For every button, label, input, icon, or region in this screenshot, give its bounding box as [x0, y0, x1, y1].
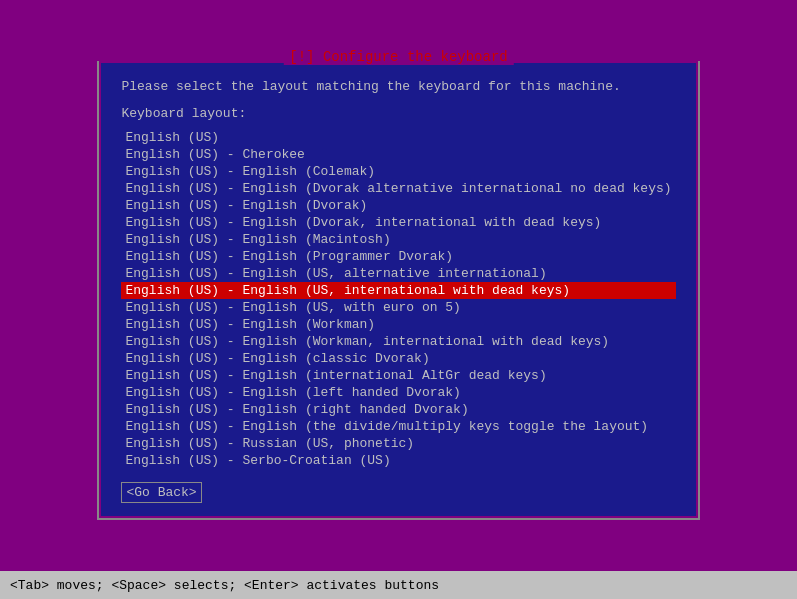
dialog-content: Please select the layout matching the ke… — [101, 63, 695, 516]
list-item[interactable]: English (US) - Russian (US, phonetic) — [121, 435, 675, 452]
list-item[interactable]: English (US) - English (Workman) — [121, 316, 675, 333]
list-item[interactable]: English (US) - English (the divide/multi… — [121, 418, 675, 435]
list-item[interactable]: English (US) - English (right handed Dvo… — [121, 401, 675, 418]
list-item[interactable]: English (US) - English (Dvorak, internat… — [121, 214, 675, 231]
list-item[interactable]: English (US) - English (Dvorak alternati… — [121, 180, 675, 197]
list-item[interactable]: English (US) - English (US, internationa… — [121, 282, 675, 299]
keyboard-list[interactable]: English (US)English (US) - CherokeeEngli… — [121, 129, 675, 469]
go-back-button[interactable]: <Go Back> — [121, 482, 201, 503]
list-item[interactable]: English (US) - English (international Al… — [121, 367, 675, 384]
list-item[interactable]: English (US) - English (Programmer Dvora… — [121, 248, 675, 265]
list-item[interactable]: English (US) - English (left handed Dvor… — [121, 384, 675, 401]
list-item[interactable]: English (US) - Cherokee — [121, 146, 675, 163]
layout-label: Keyboard layout: — [121, 106, 675, 121]
main-area: [!] Configure the keyboard Please select… — [0, 0, 797, 571]
dialog-container: [!] Configure the keyboard Please select… — [97, 61, 699, 520]
go-back-area: <Go Back> — [121, 485, 675, 500]
list-item[interactable]: English (US) - English (US, with euro on… — [121, 299, 675, 316]
status-bar: <Tab> moves; <Space> selects; <Enter> ac… — [0, 571, 797, 599]
list-item[interactable]: English (US) - English (Macintosh) — [121, 231, 675, 248]
list-item[interactable]: English (US) - English (Colemak) — [121, 163, 675, 180]
list-item[interactable]: English (US) — [121, 129, 675, 146]
description-text: Please select the layout matching the ke… — [121, 79, 675, 94]
list-item[interactable]: English (US) - Serbo-Croatian (US) — [121, 452, 675, 469]
list-item[interactable]: English (US) - English (Workman, interna… — [121, 333, 675, 350]
list-item[interactable]: English (US) - English (classic Dvorak) — [121, 350, 675, 367]
list-item[interactable]: English (US) - English (US, alternative … — [121, 265, 675, 282]
list-item[interactable]: English (US) - English (Dvorak) — [121, 197, 675, 214]
dialog-title: [!] Configure the keyboard — [283, 49, 513, 65]
status-text: <Tab> moves; <Space> selects; <Enter> ac… — [10, 578, 439, 593]
